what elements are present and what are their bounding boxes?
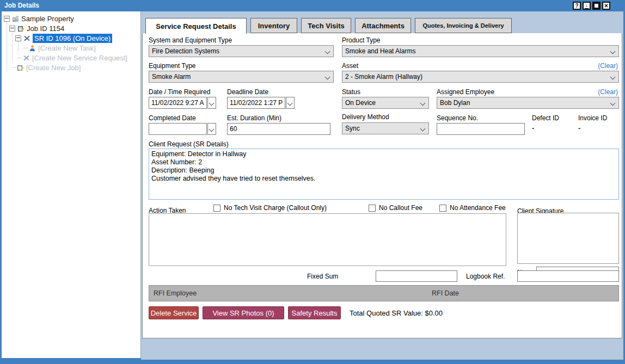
system-equipment-type-select[interactable]: Fire Detection Systems (149, 45, 334, 57)
equipment-type-label: Equipment Type (149, 62, 196, 70)
view-sr-photos-label: View SR Photos (0) (212, 309, 274, 317)
chevron-down-icon (420, 126, 426, 132)
tab-service-request-details[interactable]: Service Request Details (145, 18, 247, 34)
download-glyph: ↓ (585, 3, 589, 9)
job-icon (17, 64, 24, 71)
date-time-required-input[interactable] (149, 97, 207, 109)
job-details-window: Job Details ? ↓ ✕ Sample Property Job ID… (0, 0, 625, 364)
sequence-no-input[interactable] (437, 123, 525, 135)
safety-results-button[interactable]: Safety Results (288, 306, 341, 319)
asset-clear-link[interactable]: (Clear) (598, 62, 618, 70)
collapse-icon[interactable] (4, 16, 10, 22)
tree-item-sample-property[interactable]: Sample Property (4, 14, 74, 23)
tab-label: Quotes, Invoicing & Delivery (422, 22, 504, 29)
delete-service-button[interactable]: Delete Service (149, 306, 199, 319)
tree-item-label: [Create New Task] (38, 44, 96, 52)
product-type-value: Smoke and Heat Alarms (345, 47, 415, 55)
client-request-label: Client Request (SR Details) (149, 140, 229, 148)
assigned-employee-select[interactable]: Bob Dylan (437, 97, 619, 109)
equipment-type-value: Smoke Alarm (152, 73, 191, 81)
tree-item-label: Job ID 1154 (27, 24, 64, 33)
service-request-details-pane: System and Equipment Type Fire Detection… (142, 33, 622, 338)
tab-attachments[interactable]: Attachments (355, 18, 411, 33)
maximize-glyph (593, 3, 599, 9)
maximize-icon[interactable] (592, 2, 601, 10)
tree-item-label: [Create New Service Request] (32, 54, 127, 62)
completed-date-dropdown-button[interactable] (207, 123, 216, 135)
completed-date-label: Completed Date (149, 114, 196, 122)
deadline-date-label: Deadline Date (227, 88, 268, 96)
tab-label: Inventory (258, 22, 290, 30)
status-select[interactable]: On Device (342, 97, 429, 109)
completed-date-input[interactable] (149, 123, 207, 135)
download-icon[interactable]: ↓ (583, 2, 591, 10)
tree-item-create-new-task[interactable]: [Create New Task] (23, 43, 96, 53)
no-callout-fee-label: No Callout Fee (379, 204, 422, 212)
title-bar (0, 0, 625, 11)
tab-quotes-invoicing-delivery[interactable]: Quotes, Invoicing & Delivery (415, 18, 512, 33)
assigned-employee-value: Bob Dylan (440, 99, 470, 107)
tree-item-sr-1096[interactable]: SR ID 1096 (On Device) (15, 33, 112, 43)
chevron-down-icon (325, 49, 330, 54)
chevron-down-icon (610, 75, 616, 80)
person-icon (29, 45, 36, 52)
help-icon[interactable]: ? (573, 2, 581, 10)
est-duration-input[interactable] (227, 123, 330, 135)
safety-results-label: Safety Results (292, 309, 338, 317)
system-equipment-type-label: System and Equipment Type (149, 36, 232, 44)
tree-item-create-new-job[interactable]: [Create New Job] (11, 63, 81, 72)
collapse-icon[interactable] (9, 26, 15, 32)
close-icon[interactable]: ✕ (602, 2, 610, 10)
assigned-employee-label: Assigned Employee (437, 88, 494, 96)
tab-tech-visits[interactable]: Tech Visits (301, 18, 351, 33)
product-type-label: Product Type (342, 36, 381, 44)
tree-item-create-new-service-request[interactable]: [Create New Service Request] (17, 53, 127, 63)
chevron-down-icon (610, 49, 616, 54)
deadline-date-dropdown-button[interactable] (286, 97, 295, 109)
delivery-method-value: Sync (345, 125, 360, 132)
collapse-icon[interactable] (15, 35, 21, 41)
tree-connector (23, 48, 28, 48)
client-signature-box[interactable] (517, 213, 619, 264)
no-callout-fee-checkbox[interactable] (369, 205, 376, 212)
fixed-sum-label: Fixed Sum (307, 273, 338, 280)
product-type-select[interactable]: Smoke and Heat Alarms (342, 45, 619, 57)
tab-label: Attachments (361, 22, 405, 30)
fixed-sum-input[interactable] (376, 270, 457, 282)
tree-connector (11, 67, 16, 68)
chevron-down-icon (325, 75, 330, 80)
no-tech-visit-charge-label: No Tech Visit Charge (Callout Only) (224, 204, 327, 212)
chevron-down-icon (610, 101, 616, 106)
no-tech-visit-charge-checkbox[interactable] (213, 205, 220, 212)
total-quoted-sr-value: Total Quoted SR Value: $0.00 (350, 309, 443, 317)
invoice-id-value: - (578, 124, 580, 132)
close-glyph: ✕ (604, 3, 608, 9)
delete-service-label: Delete Service (151, 309, 197, 317)
client-request-textarea[interactable]: Equipment: Detector in Hallway Asset Num… (149, 149, 619, 200)
date-time-required-dropdown-button[interactable] (207, 97, 216, 109)
chevron-down-icon (420, 101, 426, 106)
logbook-ref-label: Logbook Ref. (466, 273, 505, 280)
logbook-ref-input[interactable] (517, 270, 619, 282)
asset-select[interactable]: 2 - Smoke Alarm (Hallway) (342, 71, 619, 83)
status-value: On Device (345, 99, 376, 107)
tab-inventory[interactable]: Inventory (250, 18, 297, 33)
delivery-method-select[interactable]: Sync (342, 122, 429, 134)
action-taken-textarea[interactable] (149, 213, 506, 266)
chevron-down-icon (209, 127, 215, 132)
system-equipment-type-value: Fire Detection Systems (152, 47, 219, 55)
est-duration-label: Est. Duration (Min) (227, 114, 281, 122)
deadline-date-input[interactable] (227, 97, 285, 109)
equipment-type-select[interactable]: Smoke Alarm (149, 71, 334, 83)
status-label: Status (342, 88, 360, 96)
sequence-no-label: Sequence No. (437, 114, 478, 122)
building-icon (12, 15, 19, 22)
job-icon (17, 25, 24, 32)
view-sr-photos-button[interactable]: View SR Photos (0) (203, 306, 284, 319)
defect-id-label: Defect ID (532, 114, 559, 122)
assigned-employee-clear-link[interactable]: (Clear) (598, 88, 618, 96)
job-tree-panel: Sample Property Job ID 1154 SR ID 1096 (… (2, 11, 141, 358)
tree-item-job-1154[interactable]: Job ID 1154 (9, 23, 64, 33)
date-time-required-label: Date / Time Required (149, 88, 210, 96)
no-attendance-fee-checkbox[interactable] (439, 205, 446, 212)
